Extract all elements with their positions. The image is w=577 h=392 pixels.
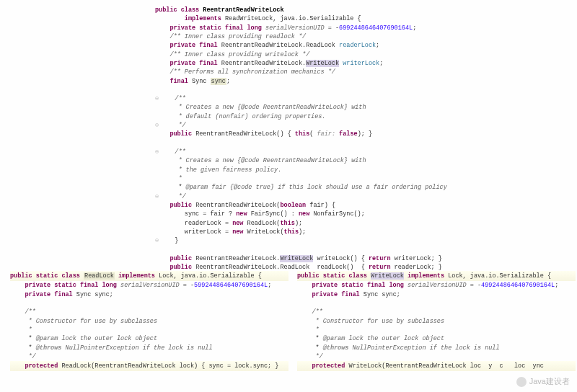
- watermark: Java建设者: [516, 376, 570, 388]
- watermark-text: Java建设者: [529, 376, 570, 388]
- watermark-icon: [516, 377, 527, 387]
- code-writelock: public static class WriteLock implements…: [297, 271, 576, 371]
- code-readlock: public static class ReadLock implements …: [10, 271, 288, 371]
- code-main-class: public class ReentrantReadWriteLock impl…: [155, 6, 447, 272]
